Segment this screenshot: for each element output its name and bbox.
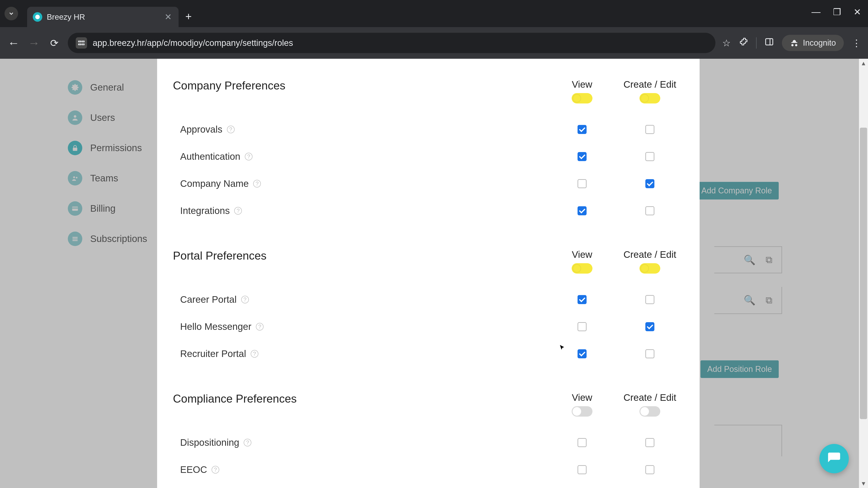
help-icon[interactable]: ?: [234, 207, 242, 215]
column-label: Create / Edit: [616, 249, 684, 260]
maximize-button[interactable]: ❐: [833, 7, 841, 17]
edit-checkbox[interactable]: [645, 206, 654, 215]
edit-checkbox[interactable]: [645, 322, 654, 331]
help-icon[interactable]: ?: [253, 180, 261, 188]
permission-label: Hello Messenger?: [173, 321, 548, 332]
browser-tabstrip: Breezy HR ✕ + — ❐ ✕: [0, 0, 868, 27]
edit-checkbox[interactable]: [645, 349, 654, 358]
tab-close-icon[interactable]: ✕: [164, 12, 172, 22]
permission-row: Company Name?: [173, 170, 684, 197]
section-title: Company Preferences: [173, 79, 548, 92]
browser-tab[interactable]: Breezy HR ✕: [27, 7, 179, 27]
forward-button[interactable]: →: [27, 36, 41, 50]
view-checkbox[interactable]: [578, 438, 587, 447]
permission-row: GDPR?: [173, 483, 684, 488]
reload-button[interactable]: ⟳: [48, 37, 61, 49]
chat-fab[interactable]: [819, 444, 849, 473]
edit-checkbox[interactable]: [645, 125, 654, 134]
column-header: View: [548, 249, 616, 273]
svg-rect-3: [82, 44, 84, 45]
edit-toggle[interactable]: [640, 406, 660, 417]
checkbox-cell: [548, 152, 616, 161]
edit-checkbox[interactable]: [645, 295, 654, 304]
view-checkbox[interactable]: [578, 295, 587, 304]
permissions-section: Company PreferencesViewCreate / EditAppr…: [173, 79, 684, 224]
bookmark-icon[interactable]: ☆: [722, 37, 731, 48]
scroll-up-icon[interactable]: ▲: [859, 59, 868, 68]
close-window-button[interactable]: ✕: [854, 7, 861, 17]
checkbox-cell: [616, 206, 684, 215]
help-icon[interactable]: ?: [256, 323, 264, 330]
edit-checkbox[interactable]: [645, 179, 654, 188]
view-toggle[interactable]: [572, 406, 592, 417]
checkbox-cell: [548, 465, 616, 474]
checkbox-cell: [548, 295, 616, 304]
minimize-button[interactable]: —: [811, 7, 820, 17]
section-header: Company PreferencesViewCreate / Edit: [173, 79, 684, 103]
page-scrollbar[interactable]: ▲ ▼: [859, 59, 868, 488]
checkbox-cell: [616, 152, 684, 161]
edit-checkbox[interactable]: [645, 465, 654, 474]
section-title: Portal Preferences: [173, 249, 548, 262]
scroll-down-icon[interactable]: ▼: [859, 479, 868, 488]
edit-toggle[interactable]: [640, 263, 660, 273]
checkbox-cell: [548, 349, 616, 358]
view-checkbox[interactable]: [578, 152, 587, 161]
browser-menu-icon[interactable]: ⋮: [852, 37, 861, 48]
view-checkbox[interactable]: [578, 206, 587, 215]
new-tab-button[interactable]: +: [185, 10, 192, 23]
column-header: Create / Edit: [616, 249, 684, 273]
svg-rect-1: [79, 44, 81, 45]
permission-name: EEOC: [180, 464, 207, 475]
help-icon[interactable]: ?: [227, 126, 235, 133]
view-checkbox[interactable]: [578, 465, 587, 474]
tab-search-button[interactable]: [4, 7, 18, 20]
permission-name: Integrations: [180, 205, 230, 216]
permission-row: Dispositioning?: [173, 429, 684, 456]
permission-name: Approvals: [180, 124, 222, 135]
checkbox-cell: [548, 206, 616, 215]
view-checkbox[interactable]: [578, 179, 587, 188]
help-icon[interactable]: ?: [212, 466, 219, 474]
view-toggle[interactable]: [572, 263, 592, 273]
permission-row: Integrations?: [173, 197, 684, 224]
view-checkbox[interactable]: [578, 322, 587, 331]
help-icon[interactable]: ?: [245, 153, 252, 160]
permission-label: Authentication?: [173, 151, 548, 162]
permission-row: Hello Messenger?: [173, 313, 684, 340]
column-label: View: [548, 392, 616, 403]
help-icon[interactable]: ?: [251, 350, 258, 358]
edit-toggle[interactable]: [640, 93, 660, 103]
app-viewport: General Users Permissions Teams Billing …: [0, 59, 868, 488]
edit-checkbox[interactable]: [645, 152, 654, 161]
help-icon[interactable]: ?: [244, 439, 251, 447]
permission-label: Approvals?: [173, 124, 548, 135]
incognito-badge[interactable]: Incognito: [782, 35, 844, 51]
view-checkbox[interactable]: [578, 349, 587, 358]
site-info-icon[interactable]: [76, 37, 87, 48]
window-controls: — ❐ ✕: [811, 7, 861, 17]
column-label: View: [548, 79, 616, 90]
scroll-thumb[interactable]: [860, 128, 867, 419]
permissions-section: Compliance PreferencesViewCreate / EditD…: [173, 392, 684, 488]
permission-name: Authentication: [180, 151, 240, 162]
edit-checkbox[interactable]: [645, 438, 654, 447]
address-bar[interactable]: app.breezy.hr/app/c/moodjoy/company/sett…: [68, 33, 715, 53]
permission-name: Company Name: [180, 178, 249, 189]
column-header: Create / Edit: [616, 79, 684, 103]
permission-name: Career Portal: [180, 294, 237, 305]
extensions-icon[interactable]: [739, 37, 748, 49]
help-icon[interactable]: ?: [241, 296, 249, 303]
permission-name: Recruiter Portal: [180, 348, 246, 359]
permission-row: Approvals?: [173, 116, 684, 143]
permission-row: Authentication?: [173, 143, 684, 170]
back-button[interactable]: ←: [7, 36, 20, 50]
view-toggle[interactable]: [572, 93, 592, 103]
sidepanel-icon[interactable]: [765, 37, 774, 49]
section-header: Portal PreferencesViewCreate / Edit: [173, 249, 684, 273]
view-checkbox[interactable]: [578, 125, 587, 134]
checkbox-cell: [548, 125, 616, 134]
section-header: Compliance PreferencesViewCreate / Edit: [173, 392, 684, 417]
column-header: View: [548, 392, 616, 417]
column-header: View: [548, 79, 616, 103]
